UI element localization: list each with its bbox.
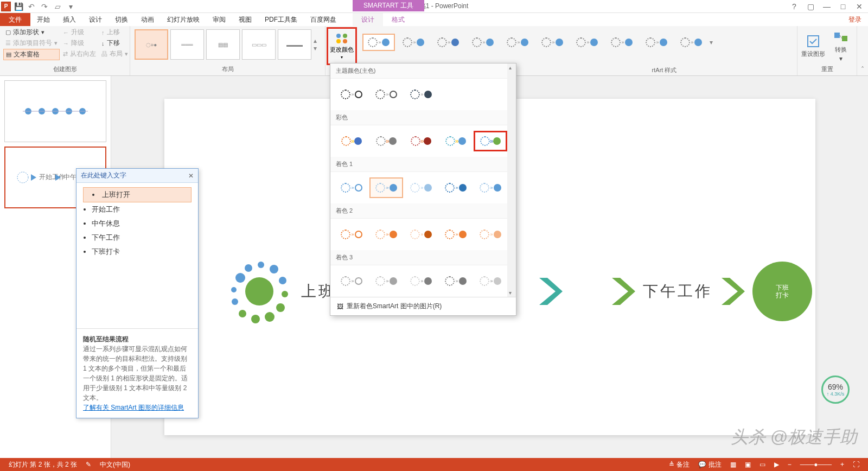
notes-button[interactable]: ≜ 备注	[665, 460, 694, 469]
color-a1-5[interactable]: »	[474, 177, 507, 198]
text-pane-close-icon[interactable]: ✕	[188, 172, 194, 180]
svg-rect-6	[842, 36, 847, 41]
recolor-pictures-item[interactable]: 🖼 重新着色SmartArt 图中的图片(R)	[330, 297, 516, 315]
change-colors-button[interactable]: 更改颜色 ▾	[327, 27, 357, 65]
color-theme-2[interactable]: »	[369, 84, 403, 105]
color-colorful-4[interactable]: »	[439, 131, 473, 151]
view-slideshow-icon[interactable]: ▶	[770, 461, 783, 468]
color-a3-3[interactable]: »	[404, 271, 438, 291]
zoom-out-icon[interactable]: −	[783, 461, 796, 468]
color-colorful-1[interactable]: »	[335, 131, 368, 151]
color-a3-2[interactable]: »	[369, 271, 403, 291]
move-down-button[interactable]: ↓ 下移	[99, 38, 130, 48]
tab-review[interactable]: 审阅	[206, 13, 232, 27]
tab-file[interactable]: 文件	[0, 13, 30, 26]
language-indicator[interactable]: 中文(中国)	[95, 460, 135, 469]
color-a2-4[interactable]: »	[439, 224, 473, 245]
reset-graphic-button[interactable]: 重设图形	[801, 29, 826, 62]
style-thumb-1[interactable]: »	[362, 34, 395, 51]
color-a1-2[interactable]: »	[369, 177, 403, 198]
qat-dropdown-icon[interactable]: ▾	[65, 1, 76, 12]
dropdown-scrollbar[interactable]	[507, 63, 516, 297]
login-link[interactable]: 登录	[848, 15, 868, 24]
style-thumb-9[interactable]: »	[640, 34, 673, 51]
color-a3-1[interactable]: »	[335, 271, 368, 291]
picture-icon: 🖼	[337, 303, 343, 310]
tab-transitions[interactable]: 切换	[108, 13, 135, 27]
view-sorter-icon[interactable]: ▣	[741, 461, 755, 468]
tab-design[interactable]: 设计	[82, 13, 108, 27]
color-a2-3[interactable]: »	[404, 224, 438, 245]
text-item-2[interactable]: 开始工作	[92, 202, 192, 217]
svg-point-25	[251, 315, 260, 323]
color-a1-3[interactable]: »	[404, 177, 438, 198]
color-colorful-5[interactable]: »	[474, 131, 507, 151]
start-slideshow-icon[interactable]: ▱	[52, 1, 63, 12]
color-a3-4[interactable]: »	[439, 271, 473, 291]
slide-thumb-1[interactable]	[4, 80, 106, 142]
section-accent-2: 着色 2	[330, 203, 516, 219]
style-thumb-5[interactable]: »	[501, 34, 534, 51]
svg-point-17	[235, 273, 245, 283]
view-normal-icon[interactable]: ▦	[726, 461, 741, 468]
fit-window-icon[interactable]: ⛶	[848, 461, 864, 468]
style-thumb-7[interactable]: »	[571, 34, 603, 51]
maximize-icon[interactable]: □	[837, 1, 850, 12]
zoom-slider[interactable]: ───●───	[796, 461, 836, 468]
color-a3-5[interactable]: »	[474, 271, 507, 291]
tab-slideshow[interactable]: 幻灯片放映	[161, 13, 206, 27]
style-thumb-8[interactable]: »	[605, 34, 638, 51]
tab-home[interactable]: 开始	[30, 13, 56, 27]
add-shape-button[interactable]: ▢ 添加形状 ▾	[3, 27, 60, 37]
text-pane-toggle[interactable]: ▤ 文本窗格	[3, 49, 60, 60]
color-a2-1[interactable]: »	[335, 224, 368, 245]
color-a1-1[interactable]: »	[335, 177, 368, 198]
save-icon[interactable]: 💾	[13, 1, 24, 12]
minimize-icon[interactable]: —	[820, 1, 833, 12]
ribbon-options-icon[interactable]: ▢	[804, 1, 817, 12]
view-reading-icon[interactable]: ▭	[755, 461, 770, 468]
color-a2-2[interactable]: »	[369, 224, 403, 245]
convert-button[interactable]: 转换▾	[828, 29, 854, 62]
tab-smartart-format[interactable]: 格式	[383, 13, 413, 27]
help-icon[interactable]: ?	[788, 1, 801, 12]
svg-point-23	[276, 303, 285, 312]
color-colorful-3[interactable]: »	[404, 131, 438, 151]
learn-more-link[interactable]: 了解有关 SmartArt 图形的详细信息	[83, 404, 184, 411]
tab-view[interactable]: 视图	[232, 13, 258, 27]
text-item-5[interactable]: 下班打卡	[92, 245, 192, 259]
tab-animations[interactable]: 动画	[135, 13, 161, 27]
style-thumb-2[interactable]: »	[397, 34, 430, 51]
text-item-1[interactable]: 上班打开	[83, 187, 192, 202]
close-icon[interactable]: ✕	[853, 1, 866, 12]
text-item-4[interactable]: 下午工作	[92, 231, 192, 245]
tab-smartart-design[interactable]: 设计	[353, 13, 383, 27]
tab-insert[interactable]: 插入	[56, 13, 82, 27]
redo-icon[interactable]: ↷	[39, 1, 50, 12]
tab-pdf[interactable]: PDF工具集	[258, 13, 304, 27]
color-theme-3[interactable]: »	[404, 84, 438, 105]
layout-thumb-2[interactable]: ═══	[170, 29, 204, 60]
style-thumb-3[interactable]: »	[432, 34, 464, 51]
layout-thumb-4[interactable]: ▭▭▭	[242, 29, 276, 60]
svg-point-3	[343, 39, 347, 43]
spellcheck-icon[interactable]: ✎	[81, 461, 95, 468]
undo-icon[interactable]: ↶	[26, 1, 37, 12]
layout-thumb-3[interactable]: ▤▤	[206, 29, 240, 60]
layout-thumb-1[interactable]: ◌»●	[135, 29, 168, 60]
color-theme-1[interactable]: »	[335, 84, 368, 105]
tab-baidu[interactable]: 百度网盘	[304, 13, 343, 27]
group-label-layouts: 布局	[133, 65, 322, 74]
style-thumb-6[interactable]: »	[536, 34, 569, 51]
collapse-ribbon-icon[interactable]: ˄	[857, 26, 868, 75]
smartart-text-pane[interactable]: 在此处键入文字 ✕ 上班打开 开始工作 中午休息 下午工作 下班打卡 随机至结果…	[76, 168, 199, 418]
zoom-in-icon[interactable]: +	[836, 461, 848, 468]
layout-thumb-5[interactable]: ▬▬▬	[278, 29, 311, 60]
text-item-3[interactable]: 中午休息	[92, 217, 192, 231]
color-colorful-2[interactable]: »	[369, 131, 403, 151]
comments-button[interactable]: 💬 批注	[694, 460, 726, 469]
style-thumb-10[interactable]: »	[675, 34, 707, 51]
color-a2-5[interactable]: »	[474, 224, 507, 245]
color-a1-4[interactable]: »	[439, 177, 473, 198]
style-thumb-4[interactable]: »	[467, 34, 499, 51]
